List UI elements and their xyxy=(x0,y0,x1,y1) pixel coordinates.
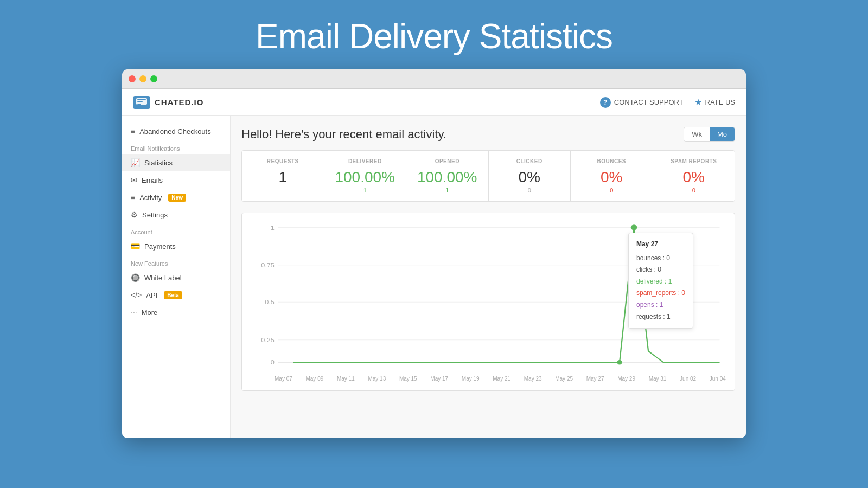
stat-bounces-label: BOUNCES xyxy=(579,158,644,164)
svg-text:1: 1 xyxy=(271,224,275,231)
toggle-wk-button[interactable]: Wk xyxy=(684,127,710,141)
stat-spam-label: SPAM REPORTS xyxy=(662,158,726,164)
toggle-mo-button[interactable]: Mo xyxy=(710,127,735,141)
content-heading: Hello! Here's your recent email activity… xyxy=(241,127,446,142)
browser-window: CHATED.IO ? CONTACT SUPPORT ★ RATE US ≡ … xyxy=(122,69,746,438)
statistics-icon: 📈 xyxy=(131,158,140,167)
api-beta-badge: Beta xyxy=(164,291,182,299)
chart-peak-dot xyxy=(631,224,637,230)
x-label-may13: May 13 xyxy=(368,376,386,382)
sidebar-item-emails[interactable]: ✉ Emails xyxy=(122,171,230,189)
payments-icon: 💳 xyxy=(131,242,140,251)
x-label-may31: May 31 xyxy=(649,376,667,382)
rate-us-label: RATE US xyxy=(705,98,735,106)
x-label-jun02: Jun 02 xyxy=(680,376,696,382)
page-title: Email Delivery Statistics xyxy=(256,0,612,69)
sidebar-item-api[interactable]: </> API Beta xyxy=(122,286,230,304)
x-label-may17: May 17 xyxy=(430,376,448,382)
account-section: Account xyxy=(122,223,230,237)
x-label-may27: May 27 xyxy=(586,376,604,382)
stats-row: REQUESTS 1 DELIVERED 100.00% 1 OPENED 10… xyxy=(241,150,735,202)
stat-delivered-label: DELIVERED xyxy=(333,158,398,164)
stat-spam-value: 0% xyxy=(662,169,726,186)
more-icon: ··· xyxy=(131,308,137,317)
tooltip-opens: opens : 1 xyxy=(636,299,685,311)
new-features-section: New Features xyxy=(122,255,230,269)
svg-text:0.25: 0.25 xyxy=(261,337,275,344)
x-label-may29: May 29 xyxy=(617,376,635,382)
stat-opened-label: OPENED xyxy=(415,158,480,164)
stat-delivered-value: 100.00% xyxy=(333,169,398,186)
stat-bounces-sub: 0 xyxy=(579,187,644,194)
tooltip-spam-reports: spam_reports : 0 xyxy=(636,287,685,299)
activity-icon: ≡ xyxy=(131,193,135,202)
svg-text:0.5: 0.5 xyxy=(265,299,275,306)
x-label-may15: May 15 xyxy=(399,376,417,382)
sidebar-item-activity[interactable]: ≡ Activity New xyxy=(122,189,230,206)
sidebar-item-payments[interactable]: 💳 Payments xyxy=(122,237,230,255)
stat-delivered: DELIVERED 100.00% 1 xyxy=(324,151,407,201)
chart-area: 1 0.75 0.5 0.25 0 xyxy=(241,213,735,391)
sidebar-item-statistics[interactable]: 📈 Statistics xyxy=(122,154,230,171)
svg-rect-1 xyxy=(137,99,146,100)
support-icon: ? xyxy=(600,97,611,108)
svg-text:0: 0 xyxy=(271,359,275,366)
x-label-may25: May 25 xyxy=(555,376,573,382)
email-icon: ✉ xyxy=(131,176,137,184)
chart-base-dot xyxy=(617,360,622,364)
tooltip-date: May 27 xyxy=(636,239,685,251)
minimize-dot[interactable] xyxy=(139,75,146,82)
stat-requests: REQUESTS 1 xyxy=(242,151,324,201)
contact-support-label: CONTACT SUPPORT xyxy=(614,98,684,106)
stat-spam-sub: 0 xyxy=(662,187,726,194)
topbar-right: ? CONTACT SUPPORT ★ RATE US xyxy=(600,97,735,108)
sidebar-abandoned-checkouts-label: Abandoned Checkouts xyxy=(139,127,211,136)
x-label-may23: May 23 xyxy=(524,376,542,382)
star-icon: ★ xyxy=(694,97,702,107)
sidebar-item-abandoned-checkouts[interactable]: ≡ Abandoned Checkouts xyxy=(122,123,230,140)
sidebar-activity-label: Activity xyxy=(139,194,162,202)
main-content: Hello! Here's your recent email activity… xyxy=(231,116,746,438)
content-header: Hello! Here's your recent email activity… xyxy=(241,127,735,142)
logo-icon xyxy=(133,96,150,109)
logo-text: CHATED.IO xyxy=(155,98,203,107)
contact-support-button[interactable]: ? CONTACT SUPPORT xyxy=(600,97,684,108)
sidebar-payments-label: Payments xyxy=(144,242,176,251)
period-toggle-group: Wk Mo xyxy=(684,127,735,142)
stat-requests-value: 1 xyxy=(251,169,315,186)
x-label-may21: May 21 xyxy=(493,376,510,382)
app-body: ≡ Abandoned Checkouts Email Notification… xyxy=(122,116,746,438)
sidebar-item-more[interactable]: ··· More xyxy=(122,304,230,321)
tooltip-delivered: delivered : 1 xyxy=(636,276,685,288)
stat-bounces: BOUNCES 0% 0 xyxy=(571,151,653,201)
sidebar-emails-label: Emails xyxy=(142,176,163,184)
rate-us-button[interactable]: ★ RATE US xyxy=(694,97,735,107)
tooltip-clicks: clicks : 0 xyxy=(636,264,685,276)
x-label-may09: May 09 xyxy=(305,376,323,382)
sidebar-statistics-label: Statistics xyxy=(144,159,173,167)
x-label-may07: May 07 xyxy=(275,376,292,382)
maximize-dot[interactable] xyxy=(150,75,157,82)
sidebar-more-label: More xyxy=(142,309,158,317)
x-label-may19: May 19 xyxy=(462,376,480,382)
stat-opened-value: 100.00% xyxy=(415,169,480,186)
close-dot[interactable] xyxy=(129,75,136,82)
topbar: CHATED.IO ? CONTACT SUPPORT ★ RATE US xyxy=(122,89,746,116)
logo-area: CHATED.IO xyxy=(133,96,203,109)
settings-icon: ⚙ xyxy=(131,210,138,219)
svg-rect-2 xyxy=(137,101,143,102)
stat-opened: OPENED 100.00% 1 xyxy=(406,151,489,201)
sidebar-white-label-label: White Label xyxy=(144,274,182,282)
svg-rect-3 xyxy=(137,104,141,105)
x-label-jun04: Jun 04 xyxy=(710,376,726,382)
sidebar: ≡ Abandoned Checkouts Email Notification… xyxy=(122,116,231,438)
tooltip-requests: requests : 1 xyxy=(636,311,685,323)
tooltip-bounces: bounces : 0 xyxy=(636,253,685,265)
sidebar-item-settings[interactable]: ⚙ Settings xyxy=(122,206,230,223)
x-label-may11: May 11 xyxy=(337,376,355,382)
x-axis-labels: May 07 May 09 May 11 May 13 May 15 May 1… xyxy=(251,374,726,382)
stat-clicked-label: CLICKED xyxy=(497,158,562,164)
tooltip-box: May 27 bounces : 0 clicks : 0 delivered … xyxy=(628,233,693,329)
chart-container: 1 0.75 0.5 0.25 0 xyxy=(251,222,726,374)
sidebar-item-white-label[interactable]: 🔘 White Label xyxy=(122,269,230,286)
